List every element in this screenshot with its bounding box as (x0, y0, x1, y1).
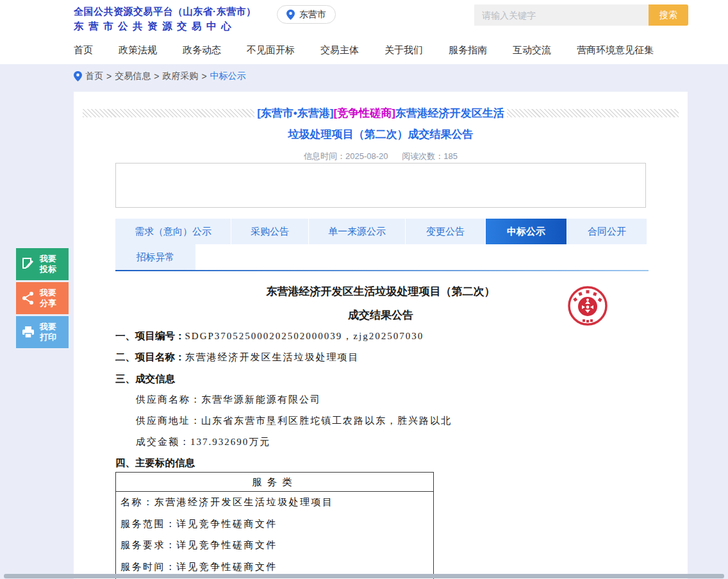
nav-item-trading-entities[interactable]: 交易主体 (320, 44, 359, 56)
table-row: 名称：东营港经济开发区生活垃圾处理项目 (116, 492, 433, 514)
search-bar: 搜索 (474, 4, 688, 26)
content-card: [东营市•东营港][竞争性磋商]东营港经济开发区生活 垃圾处理项目（第二次）成交… (74, 92, 688, 579)
project-number-value: SDGP370525000202502000039，zjg202507030 (185, 331, 424, 341)
search-button[interactable]: 搜索 (649, 4, 688, 26)
horizontal-scrollbar[interactable] (4, 574, 724, 578)
button-label: 分享 (40, 298, 56, 308)
i-want-to-print-button[interactable]: 我要 打印 (16, 316, 69, 348)
tab-single-source[interactable]: 单一来源公示 (309, 219, 405, 244)
share-icon (21, 290, 36, 306)
notice-title-method: [竞争性磋商] (333, 107, 395, 119)
logo-line2: 东营市公共资源交易中心 (74, 20, 256, 33)
project-name-line: 二、项目名称：东营港经济开发区生活垃圾处理项目 (115, 351, 360, 364)
location-pin-icon (286, 10, 295, 20)
meta-views-value: 185 (443, 151, 458, 161)
notice-title-line2: 垃圾处理项目（第二次）成交结果公告 (74, 127, 688, 142)
breadcrumb-separator: > (106, 71, 112, 81)
table-row: 服务范围：详见竞争性磋商文件 (116, 514, 433, 535)
search-input[interactable] (474, 4, 649, 26)
tab-contract-disclosure[interactable]: 合同公开 (567, 219, 647, 244)
tab-award-notice[interactable]: 中标公示 (486, 219, 567, 244)
breadcrumb-trade-info[interactable]: 交易信息 (115, 71, 151, 82)
button-label: 我要 (40, 322, 56, 332)
attachment-placeholder-box (115, 163, 646, 208)
tab-procurement-notice[interactable]: 采购公告 (231, 219, 308, 244)
title-decor-stripe-right (507, 109, 679, 117)
bid-pencil-icon (21, 256, 36, 272)
nav-item-gov-news[interactable]: 政务动态 (183, 44, 221, 56)
site-header: 全国公共资源交易平台（山东省·东营市） 东营市公共资源交易中心 东营市 搜索 首… (0, 0, 728, 64)
tab-change-notice[interactable]: 变更公告 (406, 219, 485, 244)
notice-title-region: [东营市•东营港] (257, 107, 333, 119)
tab-demand-notice[interactable]: 需求（意向）公示 (115, 219, 231, 244)
subject-info-heading: 四、主要标的信息 (115, 457, 195, 470)
deal-info-heading: 三、成交信息 (115, 373, 175, 386)
breadcrumb-pin-icon (74, 71, 82, 81)
i-want-to-bid-button[interactable]: 我要 投标 (16, 248, 69, 280)
red-seal-icon (566, 284, 609, 329)
logo-line1: 全国公共资源交易平台（山东省·东营市） (74, 6, 256, 18)
breadcrumb-award-notice[interactable]: 中标公示 (210, 71, 246, 82)
printer-icon (21, 324, 36, 340)
button-label: 投标 (40, 264, 56, 274)
nav-item-policies[interactable]: 政策法规 (119, 44, 157, 56)
breadcrumb-separator: > (154, 71, 159, 81)
city-selector-label: 东营市 (299, 9, 326, 21)
service-table-header: 服务类 (116, 473, 433, 492)
project-number-label: 一、项目编号： (115, 330, 185, 341)
service-table: 服务类 名称：东营港经济开发区生活垃圾处理项目 服务范围：详见竞争性磋商文件 服… (115, 472, 434, 579)
site-logo: 全国公共资源交易平台（山东省·东营市） 东营市公共资源交易中心 (74, 6, 256, 33)
nav-item-about-us[interactable]: 关于我们 (385, 44, 423, 56)
breadcrumb-home[interactable]: 首页 (85, 71, 103, 82)
notice-title-text: 东营港经济开发区生活 (395, 107, 504, 119)
table-row: 服务要求：详见竞争性磋商文件 (116, 535, 433, 557)
main-nav: 首页 政策法规 政务动态 不见面开标 交易主体 关于我们 服务指南 互动交流 营… (74, 40, 654, 60)
nav-item-home[interactable]: 首页 (74, 44, 93, 56)
breadcrumb-gov-procurement[interactable]: 政府采购 (162, 71, 198, 82)
tab-underline (115, 270, 649, 271)
meta-time-label: 信息时间： (304, 151, 345, 161)
supplier-address-line: 供应商地址：山东省东营市垦利区胜坨镇工农路以东，胜兴路以北 (136, 415, 452, 427)
project-name-label: 二、项目名称： (115, 351, 185, 362)
nav-item-service-guide[interactable]: 服务指南 (449, 44, 487, 56)
i-want-to-share-button[interactable]: 我要 分享 (16, 282, 69, 314)
project-name-value: 东营港经济开发区生活垃圾处理项目 (185, 352, 360, 362)
breadcrumb-separator: > (201, 71, 206, 81)
title-decor-stripe-left (83, 109, 254, 117)
meta-views-label: 阅读次数： (402, 151, 443, 161)
breadcrumb: 首页 > 交易信息 > 政府采购 > 中标公示 (74, 71, 246, 82)
nav-item-business-env[interactable]: 营商环境意见征集 (577, 44, 654, 56)
city-selector[interactable]: 东营市 (277, 5, 336, 24)
supplier-name-line: 供应商名称：东营华源新能源有限公司 (136, 394, 321, 406)
notice-title: [东营市•东营港][竞争性磋商]东营港经济开发区生活 垃圾处理项目（第二次）成交… (74, 92, 688, 142)
button-label: 我要 (40, 254, 56, 264)
button-label: 打印 (40, 332, 56, 342)
tab-bidding-abnormal[interactable]: 招标异常 (115, 244, 195, 270)
category-tabs: 需求（意向）公示 采购公告 单一来源公示 变更公告 中标公示 合同公开 招标异常 (115, 219, 649, 271)
project-number-line: 一、项目编号：SDGP370525000202502000039，zjg2025… (115, 330, 424, 343)
meta-time-value: 2025-08-20 (345, 151, 388, 161)
floating-action-bar: 我要 投标 我要 分享 我要 打印 (16, 248, 69, 350)
button-label: 我要 (40, 288, 56, 298)
nav-item-remote-bidding[interactable]: 不见面开标 (247, 44, 295, 56)
notice-meta: 信息时间：2025-08-20 阅读次数：185 (74, 151, 688, 162)
deal-amount-line: 成交金额：137.932690万元 (136, 436, 270, 448)
nav-item-interaction[interactable]: 互动交流 (513, 44, 551, 56)
